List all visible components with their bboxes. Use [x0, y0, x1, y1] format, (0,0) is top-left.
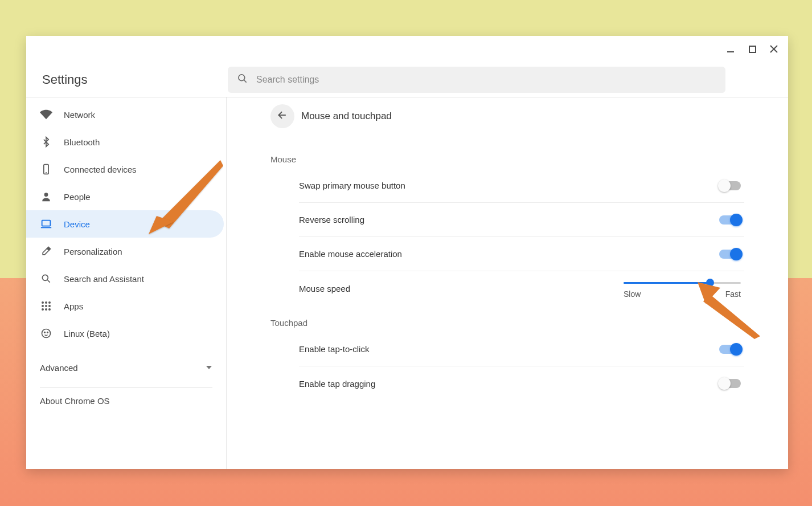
page-title: Mouse and touchpad — [301, 111, 392, 122]
setting-row-reverse-scrolling: Reverse scrolling — [299, 203, 744, 237]
settings-window: Settings Network Bluetooth — [26, 36, 788, 469]
sidebar-item-connected-devices[interactable]: Connected devices — [26, 156, 224, 183]
svg-point-20 — [45, 308, 47, 311]
linux-icon — [40, 327, 52, 340]
sidebar-item-label: Bluetooth — [64, 137, 100, 147]
slider-labels: Slow Fast — [624, 289, 741, 299]
about-label: About Chrome OS — [40, 396, 110, 406]
sidebar-item-bluetooth[interactable]: Bluetooth — [26, 128, 224, 156]
sidebar-item-label: Connected devices — [64, 165, 137, 174]
minimize-button[interactable] — [727, 45, 735, 53]
slider-mouse-speed[interactable] — [624, 282, 741, 284]
apps-icon — [40, 300, 52, 312]
sidebar-item-label: Device — [64, 219, 90, 229]
page-header: Mouse and touchpad — [270, 102, 744, 142]
arrow-left-icon — [277, 109, 288, 123]
window-titlebar — [26, 36, 788, 62]
svg-point-14 — [45, 301, 47, 304]
content-area: Mouse and touchpad Mouse Swap primary mo… — [227, 97, 788, 469]
phone-icon — [40, 163, 52, 176]
search-icon — [40, 272, 52, 285]
sidebar-item-linux[interactable]: Linux (Beta) — [26, 320, 224, 347]
sidebar-item-label: People — [64, 192, 91, 202]
sidebar-item-label: Network — [64, 110, 95, 120]
app-title: Settings — [42, 72, 228, 87]
slider-label-slow: Slow — [624, 289, 641, 299]
advanced-label: Advanced — [40, 363, 78, 373]
svg-point-18 — [48, 305, 51, 307]
sidebar-item-network[interactable]: Network — [26, 101, 224, 128]
sidebar-item-device[interactable]: Device — [26, 210, 224, 238]
sidebar-item-people[interactable]: People — [26, 183, 224, 210]
laptop-icon — [40, 218, 52, 230]
header: Settings — [26, 62, 788, 97]
toggle-mouse-acceleration[interactable] — [719, 250, 741, 259]
svg-point-11 — [42, 275, 48, 280]
brush-icon — [40, 245, 52, 258]
svg-point-15 — [48, 301, 51, 304]
setting-row-tap-to-click: Enable tap-to-click — [299, 332, 744, 366]
section-title-mouse: Mouse — [270, 142, 744, 169]
bluetooth-icon — [40, 136, 52, 148]
setting-label: Mouse speed — [299, 284, 350, 293]
person-icon — [40, 190, 52, 203]
sidebar-item-search-assistant[interactable]: Search and Assistant — [26, 265, 224, 292]
sidebar-item-label: Search and Assistant — [64, 274, 144, 284]
svg-point-22 — [42, 329, 51, 338]
search-input[interactable] — [256, 75, 716, 85]
maximize-button[interactable] — [748, 45, 756, 53]
close-button[interactable] — [770, 45, 778, 53]
toggle-swap-primary[interactable] — [719, 181, 741, 190]
section-title-touchpad: Touchpad — [270, 305, 744, 332]
svg-point-13 — [42, 301, 44, 304]
setting-label: Enable tap dragging — [299, 379, 375, 389]
sidebar-item-personalization[interactable]: Personalization — [26, 238, 224, 265]
setting-row-tap-dragging: Enable tap dragging — [299, 366, 744, 401]
setting-label: Enable tap-to-click — [299, 344, 369, 354]
svg-point-23 — [44, 332, 46, 333]
chevron-down-icon — [206, 363, 212, 373]
sidebar: Network Bluetooth Connected devices Peop… — [26, 97, 227, 469]
toggle-tap-dragging[interactable] — [719, 379, 741, 388]
svg-point-19 — [42, 308, 44, 311]
svg-point-16 — [42, 305, 44, 307]
svg-line-5 — [244, 80, 247, 82]
svg-rect-1 — [749, 46, 756, 52]
sidebar-item-apps[interactable]: Apps — [26, 292, 224, 320]
svg-point-24 — [47, 332, 48, 333]
sidebar-about[interactable]: About Chrome OS — [26, 388, 226, 414]
setting-row-swap-primary: Swap primary mouse button — [299, 169, 744, 203]
svg-point-17 — [45, 305, 47, 307]
svg-point-8 — [44, 193, 48, 197]
setting-row-mouse-acceleration: Enable mouse acceleration — [299, 237, 744, 271]
slider-label-fast: Fast — [725, 289, 741, 299]
sidebar-advanced[interactable]: Advanced — [26, 353, 226, 383]
sidebar-item-label: Apps — [64, 301, 83, 311]
svg-rect-9 — [42, 221, 51, 226]
back-button[interactable] — [270, 104, 294, 128]
setting-label: Reverse scrolling — [299, 215, 364, 225]
setting-label: Enable mouse acceleration — [299, 249, 402, 259]
svg-point-21 — [48, 308, 51, 311]
toggle-tap-to-click[interactable] — [719, 345, 741, 354]
wifi-icon — [40, 108, 52, 121]
svg-line-12 — [48, 280, 50, 283]
svg-point-4 — [239, 74, 245, 80]
search-field[interactable] — [228, 67, 725, 93]
sidebar-item-label: Linux (Beta) — [64, 329, 110, 338]
setting-label: Swap primary mouse button — [299, 181, 405, 190]
sidebar-item-label: Personalization — [64, 247, 122, 256]
search-icon — [237, 73, 256, 87]
setting-row-mouse-speed: Mouse speed Slow Fast — [299, 271, 744, 305]
toggle-reverse-scrolling[interactable] — [719, 215, 741, 225]
